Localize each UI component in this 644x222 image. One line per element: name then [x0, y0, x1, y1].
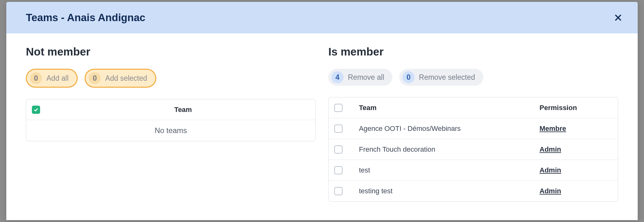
- is-member-select-all-checkbox[interactable]: [334, 104, 343, 112]
- check-icon: [33, 107, 39, 113]
- row-checkbox[interactable]: [334, 187, 343, 195]
- add-all-label: Add all: [46, 74, 69, 83]
- table-row: testing test Admin: [329, 181, 618, 202]
- not-member-team-col: Team: [57, 106, 310, 114]
- row-team: testing test: [359, 187, 540, 195]
- permission-link[interactable]: Admin: [540, 187, 561, 195]
- not-member-title: Not member: [26, 45, 316, 58]
- add-selected-count: 0: [89, 72, 101, 84]
- table-row: test Admin: [329, 160, 618, 181]
- not-member-panel: Not member 0 Add all 0 Add selected: [26, 45, 316, 220]
- permission-link[interactable]: Admin: [540, 166, 561, 174]
- is-member-table-header: Team Permission: [329, 97, 618, 118]
- table-row: French Touch decoration Admin: [329, 139, 618, 160]
- close-icon: [613, 13, 623, 22]
- teams-modal: Teams - Anais Andignac Not member 0 Add …: [6, 2, 638, 220]
- not-member-select-all-checkbox[interactable]: [32, 106, 40, 114]
- remove-all-button[interactable]: 4 Remove all: [328, 69, 392, 86]
- is-member-panel: Is member 4 Remove all 0 Remove selected: [328, 45, 618, 220]
- not-member-table-header: Team: [26, 99, 315, 120]
- not-member-table: Team No teams: [26, 99, 316, 141]
- is-member-table: Team Permission Agence OOTI - Démos/Webi…: [328, 97, 618, 202]
- remove-selected-label: Remove selected: [419, 73, 475, 82]
- remove-all-label: Remove all: [348, 73, 384, 82]
- add-selected-button[interactable]: 0 Add selected: [85, 69, 156, 88]
- add-all-count: 0: [30, 72, 42, 84]
- is-member-title: Is member: [328, 45, 618, 58]
- remove-selected-count: 0: [402, 71, 414, 83]
- is-member-team-col: Team: [359, 104, 540, 112]
- remove-all-count: 4: [331, 71, 343, 83]
- modal-body: Not member 0 Add all 0 Add selected: [6, 33, 638, 220]
- add-all-button[interactable]: 0 Add all: [26, 69, 78, 88]
- table-row: Agence OOTI - Démos/Webinars Membre: [329, 118, 618, 139]
- close-button[interactable]: [612, 11, 624, 24]
- modal-title: Teams - Anais Andignac: [26, 12, 145, 24]
- row-checkbox[interactable]: [334, 145, 343, 154]
- not-member-empty: No teams: [26, 120, 315, 141]
- remove-selected-button[interactable]: 0 Remove selected: [399, 69, 483, 86]
- row-team: Agence OOTI - Démos/Webinars: [359, 125, 540, 133]
- row-team: French Touch decoration: [359, 145, 540, 154]
- add-selected-label: Add selected: [105, 74, 147, 83]
- row-team: test: [359, 166, 540, 174]
- is-member-permission-col: Permission: [540, 104, 612, 112]
- is-member-actions: 4 Remove all 0 Remove selected: [328, 69, 618, 86]
- permission-link[interactable]: Membre: [540, 125, 566, 132]
- modal-header: Teams - Anais Andignac: [6, 2, 638, 33]
- row-checkbox[interactable]: [334, 166, 343, 174]
- not-member-actions: 0 Add all 0 Add selected: [26, 69, 316, 88]
- permission-link[interactable]: Admin: [540, 145, 561, 153]
- row-checkbox[interactable]: [334, 125, 343, 133]
